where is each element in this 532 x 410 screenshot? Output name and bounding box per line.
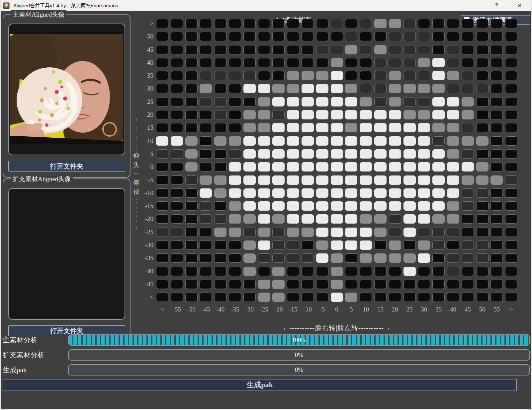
grid-cell[interactable] [287,240,299,250]
grid-cell[interactable] [374,97,387,106]
grid-cell[interactable] [345,201,357,211]
grid-cell[interactable] [505,58,517,67]
grid-cell[interactable] [200,32,212,41]
grid-cell[interactable] [287,84,299,93]
grid-cell[interactable] [345,228,357,237]
grid-cell[interactable] [272,201,285,211]
grid-cell[interactable] [287,188,299,198]
grid-cell[interactable] [156,84,168,93]
grid-cell[interactable] [287,123,299,132]
grid-cell[interactable] [272,267,285,276]
grid-cell[interactable] [490,228,503,237]
grid-cell[interactable] [490,149,503,159]
grid-cell[interactable] [345,214,357,224]
grid-cell[interactable] [505,71,517,80]
grid-cell[interactable] [447,58,459,67]
grid-cell[interactable] [287,201,299,211]
grid-cell[interactable] [462,84,474,93]
grid-cell[interactable] [476,71,488,80]
grid-cell[interactable] [302,214,314,224]
grid-cell[interactable] [490,136,503,146]
grid-cell[interactable] [447,110,459,119]
grid-cell[interactable] [389,123,401,132]
grid-cell[interactable] [229,110,241,119]
grid-cell[interactable] [345,71,357,80]
grid-cell[interactable] [200,228,212,237]
grid-cell[interactable] [316,162,328,171]
grid-cell[interactable] [490,253,503,263]
grid-cell[interactable] [490,240,503,250]
grid-cell[interactable] [258,58,270,67]
grid-cell[interactable] [331,71,343,80]
grid-cell[interactable] [200,201,212,211]
grid-cell[interactable] [360,149,372,159]
grid-cell[interactable] [316,45,328,54]
grid-cell[interactable] [345,188,357,198]
grid-cell[interactable] [243,110,256,119]
grid-cell[interactable] [476,267,488,276]
grid-cell[interactable] [403,19,416,28]
grid-cell[interactable] [229,149,241,159]
grid-cell[interactable] [505,267,517,276]
grid-cell[interactable] [302,71,314,80]
grid-cell[interactable] [360,84,372,93]
grid-cell[interactable] [462,32,474,41]
grid-cell[interactable] [345,19,357,28]
grid-cell[interactable] [345,45,357,54]
grid-cell[interactable] [200,240,212,250]
grid-cell[interactable] [287,253,299,263]
grid-cell[interactable] [229,162,241,171]
grid-cell[interactable] [229,58,241,67]
grid-cell[interactable] [418,71,430,80]
grid-cell[interactable] [505,162,517,171]
grid-cell[interactable] [243,123,256,132]
grid-cell[interactable] [374,293,387,302]
grid-cell[interactable] [316,110,328,119]
grid-cell[interactable] [200,214,212,224]
grid-cell[interactable] [272,228,285,237]
grid-cell[interactable] [243,280,256,289]
grid-cell[interactable] [432,240,445,250]
grid-cell[interactable] [418,293,430,302]
grid-cell[interactable] [374,280,387,289]
grid-cell[interactable] [360,188,372,198]
grid-cell[interactable] [374,84,387,93]
grid-cell[interactable] [331,123,343,132]
grid-cell[interactable] [214,19,226,28]
grid-cell[interactable] [171,97,183,106]
grid-cell[interactable] [171,293,183,302]
grid-cell[interactable] [505,45,517,54]
grid-cell[interactable] [374,71,387,80]
grid-cell[interactable] [403,240,416,250]
grid-cell[interactable] [214,84,226,93]
grid-cell[interactable] [200,110,212,119]
grid-cell[interactable] [214,201,226,211]
grid-cell[interactable] [214,162,226,171]
grid-cell[interactable] [374,32,387,41]
grid-cell[interactable] [462,71,474,80]
grid-cell[interactable] [156,214,168,224]
grid-cell[interactable] [490,58,503,67]
grid-cell[interactable] [316,19,328,28]
grid-cell[interactable] [447,19,459,28]
grid-cell[interactable] [200,136,212,146]
grid-cell[interactable] [418,136,430,146]
grid-cell[interactable] [302,123,314,132]
grid-cell[interactable] [462,293,474,302]
grid-cell[interactable] [302,188,314,198]
grid-cell[interactable] [360,228,372,237]
grid-cell[interactable] [389,32,401,41]
grid-cell[interactable] [258,201,270,211]
grid-cell[interactable] [200,84,212,93]
grid-cell[interactable] [490,97,503,106]
grid-cell[interactable] [302,32,314,41]
grid-cell[interactable] [505,253,517,263]
grid-cell[interactable] [476,149,488,159]
grid-cell[interactable] [200,253,212,263]
grid-cell[interactable] [185,58,198,67]
grid-cell[interactable] [243,58,256,67]
grid-cell[interactable] [403,188,416,198]
grid-cell[interactable] [462,280,474,289]
grid-cell[interactable] [258,240,270,250]
grid-cell[interactable] [171,280,183,289]
